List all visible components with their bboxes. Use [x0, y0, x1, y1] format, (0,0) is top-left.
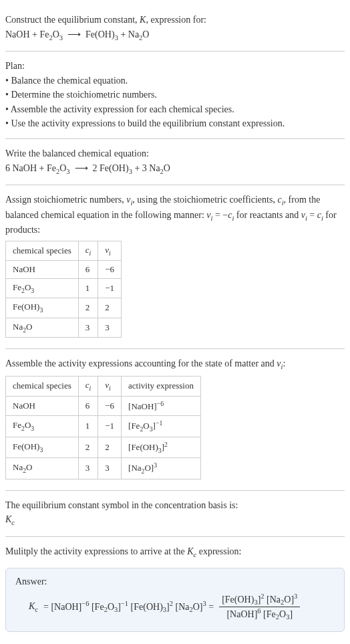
balance-heading: Write the balanced chemical equation:: [5, 147, 345, 160]
col-ci: ci: [78, 241, 98, 260]
expr-cell: [Fe(OH)3]2: [122, 437, 201, 458]
nui-cell: −6: [98, 260, 122, 278]
species-cell: NaOH: [6, 396, 79, 416]
species-cell: Na2O: [6, 458, 79, 479]
table-row: Na2O 3 3: [6, 318, 122, 337]
intro-equation: NaOH + Fe2O3 ⟶ Fe(OH)3 + Na2O: [5, 28, 345, 43]
ci-cell: 3: [78, 458, 98, 479]
plan-item: • Determine the stoichiometric numbers.: [5, 88, 345, 102]
kc-symbol: Kc: [5, 513, 345, 528]
stoich-para: Assign stoichiometric numbers, νi, using…: [5, 193, 345, 237]
multiply-para: Mulitply the activity expressions to arr…: [5, 545, 345, 560]
species-cell: Fe(OH)3: [6, 298, 79, 318]
nui-cell: 2: [98, 437, 122, 458]
expr-cell: [Fe2O3]−1: [122, 416, 201, 437]
ci-cell: 1: [78, 416, 98, 437]
intro-post: , expression for:: [146, 15, 206, 25]
species-cell: NaOH: [6, 260, 79, 278]
plan-section: Plan: • Balance the chemical equation. •…: [5, 51, 345, 139]
expr-cell: [Na2O]3: [122, 458, 201, 479]
nui-cell: 3: [98, 318, 122, 337]
expr-cell: [NaOH]−6: [122, 396, 201, 416]
col-expr: activity expression: [122, 377, 201, 396]
table-header-row: chemical species ci νi activity expressi…: [6, 377, 201, 396]
table-header-row: chemical species ci νi: [6, 241, 122, 260]
plan-item: • Balance the chemical equation.: [5, 74, 345, 88]
nui-cell: −6: [98, 396, 122, 416]
col-ci: ci: [78, 377, 98, 396]
balance-section: Write the balanced chemical equation: 6 …: [5, 139, 345, 185]
table-row: Fe2O3 1 −1 [Fe2O3]−1: [6, 416, 201, 437]
nui-cell: 3: [98, 458, 122, 479]
species-cell: Fe2O3: [6, 416, 79, 437]
table-row: Fe(OH)3 2 2: [6, 298, 122, 318]
intro-line1: Construct the equilibrium constant, K, e…: [5, 13, 345, 27]
kc-middle: = [NaOH]−6 [Fe2O3]−1 [Fe(OH)3]2 [Na2O]3 …: [43, 599, 214, 615]
col-species: chemical species: [6, 377, 79, 396]
nui-cell: −1: [98, 416, 122, 437]
balance-equation: 6 NaOH + Fe2O3 ⟶ 2 Fe(OH)3 + 3 Na2O: [5, 162, 345, 177]
kc-var: Kc: [29, 600, 38, 615]
activity-para: Assemble the activity expressions accoun…: [5, 357, 345, 372]
activity-section: Assemble the activity expressions accoun…: [5, 349, 345, 491]
ci-cell: 3: [78, 318, 98, 337]
activity-table: chemical species ci νi activity expressi…: [5, 376, 201, 479]
kc-numerator: [Fe(OH)3]2 [Na2O]3: [219, 593, 300, 608]
multiply-section: Mulitply the activity expressions to arr…: [5, 537, 345, 564]
kc-fraction: [Fe(OH)3]2 [Na2O]3 [NaOH]6 [Fe2O3]: [219, 593, 300, 622]
table-row: NaOH 6 −6 [NaOH]−6: [6, 396, 201, 416]
plan-heading: Plan:: [5, 60, 345, 73]
species-cell: Fe2O3: [6, 279, 79, 298]
ci-cell: 6: [78, 260, 98, 278]
ci-cell: 6: [78, 396, 98, 416]
ci-cell: 1: [78, 279, 98, 298]
ci-cell: 2: [78, 298, 98, 318]
answer-label: Answer:: [15, 575, 335, 588]
col-nui: νi: [98, 377, 122, 396]
kc-symbol-section: The equilibrium constant symbol in the c…: [5, 491, 345, 537]
col-species: chemical species: [6, 241, 79, 260]
table-row: Fe(OH)3 2 2 [Fe(OH)3]2: [6, 437, 201, 458]
table-row: NaOH 6 −6: [6, 260, 122, 278]
kc-denominator: [NaOH]6 [Fe2O3]: [224, 607, 295, 622]
table-row: Fe2O3 1 −1: [6, 279, 122, 298]
intro-k: K: [140, 15, 146, 25]
answer-box: Answer: Kc = [NaOH]−6 [Fe2O3]−1 [Fe(OH)3…: [5, 568, 345, 632]
species-cell: Na2O: [6, 318, 79, 337]
table-row: Na2O 3 3 [Na2O]3: [6, 458, 201, 479]
stoich-table: chemical species ci νi NaOH 6 −6 Fe2O3 1…: [5, 241, 122, 338]
ci-cell: 2: [78, 437, 98, 458]
intro-section: Construct the equilibrium constant, K, e…: [5, 5, 345, 51]
intro-pre: Construct the equilibrium constant,: [5, 15, 140, 25]
kc-expression: Kc = [NaOH]−6 [Fe2O3]−1 [Fe(OH)3]2 [Na2O…: [15, 593, 335, 622]
plan-item: • Assemble the activity expression for e…: [5, 103, 345, 116]
species-cell: Fe(OH)3: [6, 437, 79, 458]
nui-cell: 2: [98, 298, 122, 318]
stoich-section: Assign stoichiometric numbers, νi, using…: [5, 185, 345, 349]
col-nui: νi: [98, 241, 122, 260]
plan-item: • Use the activity expressions to build …: [5, 117, 345, 130]
kc-symbol-line1: The equilibrium constant symbol in the c…: [5, 499, 345, 512]
nui-cell: −1: [98, 279, 122, 298]
